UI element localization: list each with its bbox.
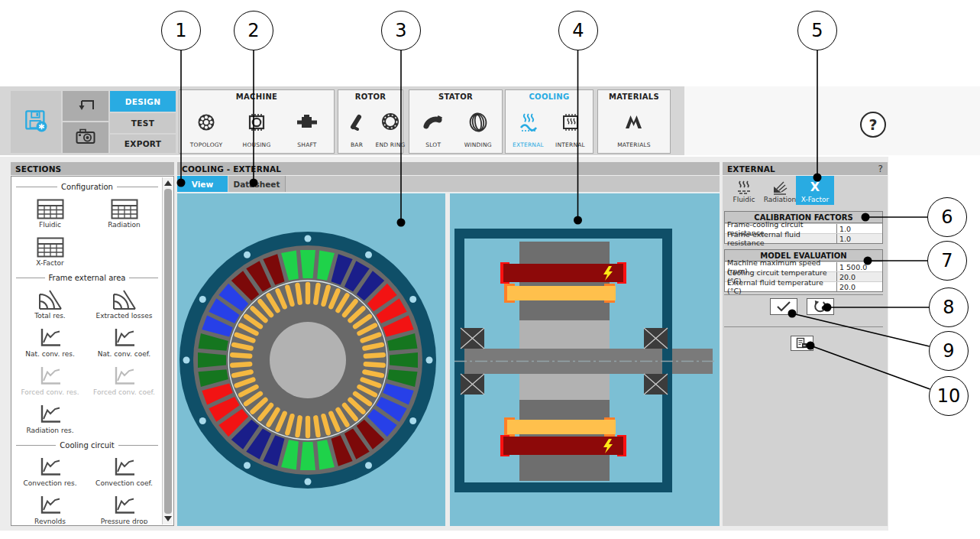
toolbar-item-label: HOUSING xyxy=(243,141,271,150)
toolbar-item-label: MATERIALS xyxy=(617,141,651,150)
save-button[interactable] xyxy=(11,91,61,153)
chart-icon xyxy=(38,402,63,425)
mode-tab-test[interactable]: TEST xyxy=(110,113,176,133)
tab-datasheet[interactable]: Datasheet xyxy=(228,176,286,192)
toolbar-group-rotor: ROTOR BAR END RING xyxy=(338,89,403,154)
section-item-reynolds[interactable]: Reynolds xyxy=(13,489,87,524)
internal-cooling-icon xyxy=(560,103,581,141)
external-tab-radiation[interactable]: Radiation xyxy=(764,176,796,205)
apply-button[interactable] xyxy=(770,298,797,315)
toolbar-item-label: TOPOLOGY xyxy=(190,141,222,150)
mode-tab-export[interactable]: EXPORT xyxy=(110,135,176,153)
toolbar-item-shaft[interactable]: SHAFT xyxy=(290,103,324,150)
chart-icon xyxy=(112,493,137,516)
undo-button[interactable] xyxy=(63,91,108,121)
section-item-convection-res[interactable]: Convection res. xyxy=(13,451,87,489)
return-arrow-icon xyxy=(76,96,95,116)
section-item-fluidic[interactable]: Fluidic xyxy=(13,193,87,231)
section-group-title-cooling-circuit: Cooling circuit xyxy=(16,441,158,450)
housing-icon xyxy=(246,103,267,141)
calibration-factors-table: CALIBRATION FACTORS Frame-cooling circui… xyxy=(724,211,883,244)
table-icon xyxy=(111,196,138,219)
toolbar-item-slot[interactable]: SLOT xyxy=(416,103,450,150)
callout-3: 3 xyxy=(381,11,421,50)
toolbar-item-bar[interactable]: BAR xyxy=(340,103,374,150)
scroll-up-icon[interactable] xyxy=(164,180,172,186)
table-icon xyxy=(37,196,64,219)
section-item-nat-conv-coef[interactable]: Nat. conv. coef. xyxy=(87,322,161,360)
toolbar-item-materials[interactable]: MATERIALS xyxy=(617,103,651,150)
shaft-icon xyxy=(296,103,319,141)
callout-6: 6 xyxy=(927,197,967,237)
motor-cross-section xyxy=(177,193,445,527)
section-item-convection-coef[interactable]: Convection coef. xyxy=(87,451,161,489)
section-item-x-factor[interactable]: X-Factor xyxy=(13,231,87,269)
camera-icon xyxy=(75,127,96,148)
group-title: ROTOR xyxy=(338,90,403,103)
value-field[interactable]: 1.0 xyxy=(836,224,882,233)
scroll-down-icon[interactable] xyxy=(164,516,172,521)
reset-button[interactable] xyxy=(807,298,834,315)
callout-1: 1 xyxy=(161,11,201,50)
export-report-button[interactable] xyxy=(791,336,813,351)
separator xyxy=(724,326,883,327)
callout-10: 10 xyxy=(929,376,969,416)
help-button[interactable]: ? xyxy=(860,112,886,138)
toolbar-item-external[interactable]: EXTERNAL xyxy=(512,103,545,150)
group-title: MATERIALS xyxy=(598,90,670,103)
tab-view[interactable]: View xyxy=(177,176,228,192)
group-title: STATOR xyxy=(409,90,502,103)
toolbar-group-stator: STATOR SLOT xyxy=(409,89,503,154)
sections-title: SECTIONS xyxy=(15,164,61,174)
external-tab-x-factor[interactable]: X X-Factor xyxy=(796,176,834,205)
winding-icon xyxy=(467,103,490,141)
section-group-title-configuration: Configuration xyxy=(16,183,158,191)
toolbar-item-label: SHAFT xyxy=(297,141,316,150)
callout-9: 9 xyxy=(929,331,969,371)
toolbar-item-topology[interactable]: TOPOLOGY xyxy=(189,103,223,150)
section-item-nat-conv-res[interactable]: Nat. conv. res. xyxy=(13,322,87,360)
external-tab-fluidic[interactable]: Fluidic xyxy=(724,176,764,205)
toolbar-item-winding[interactable]: WINDING xyxy=(461,103,495,150)
group-title: MACHINE xyxy=(180,90,334,103)
chart-icon xyxy=(112,364,137,387)
section-item-forced-conv-res: Forced conv. res. xyxy=(13,360,87,398)
callout-7: 7 xyxy=(927,241,967,281)
scrollbar-thumb[interactable] xyxy=(164,189,172,514)
toolbar-item-housing[interactable]: HOUSING xyxy=(240,103,273,150)
check-icon xyxy=(776,301,791,312)
section-item-pressure-drop[interactable]: Pressure drop xyxy=(87,489,161,524)
external-panel-title: EXTERNAL xyxy=(727,164,775,174)
table-row: Frame-external fluid resistance 1.0 xyxy=(725,233,882,243)
toolbar-strip-right xyxy=(684,86,980,155)
section-item-radiation[interactable]: Radiation xyxy=(87,193,161,231)
toolbar-item-internal[interactable]: INTERNAL xyxy=(554,103,587,150)
topology-icon xyxy=(195,103,218,141)
table-icon xyxy=(37,235,64,258)
section-item-total-res[interactable]: Total res. xyxy=(13,284,87,322)
value-field[interactable]: 1.0 xyxy=(836,234,882,243)
main-panel-header: COOLING - EXTERNAL xyxy=(177,162,720,175)
external-panel-header: EXTERNAL ? xyxy=(723,162,888,175)
value-field[interactable]: 20.0 xyxy=(836,282,882,291)
sections-scrollbar[interactable] xyxy=(162,177,173,524)
toolbar-item-label: BAR xyxy=(351,141,363,150)
mode-tab-design[interactable]: DESIGN xyxy=(110,91,176,112)
section-item-radiation-res[interactable]: Radiation res. xyxy=(13,398,87,437)
external-help-icon[interactable]: ? xyxy=(878,164,883,174)
document-icon xyxy=(795,337,809,349)
bottom-end-winding xyxy=(500,417,626,456)
toolbar-item-end-ring[interactable]: END RING xyxy=(374,103,407,150)
screenshot-button[interactable] xyxy=(63,122,108,153)
section-item-forced-conv-coef: Forced conv. coef. xyxy=(87,360,161,398)
motor-longitudinal-section xyxy=(450,193,720,527)
main-panel-title: COOLING - EXTERNAL xyxy=(182,164,281,174)
section-item-extracted-losses[interactable]: Extracted losses xyxy=(87,284,161,322)
value-field[interactable]: 20.0 xyxy=(836,272,882,281)
arc-icon xyxy=(37,287,63,310)
chart-icon xyxy=(112,326,137,349)
value-field[interactable]: 1 500.0 xyxy=(836,262,882,271)
callout-4: 4 xyxy=(558,11,598,50)
toolbar-group-cooling: COOLING EXTERNAL xyxy=(505,89,593,154)
chart-icon xyxy=(38,326,63,349)
